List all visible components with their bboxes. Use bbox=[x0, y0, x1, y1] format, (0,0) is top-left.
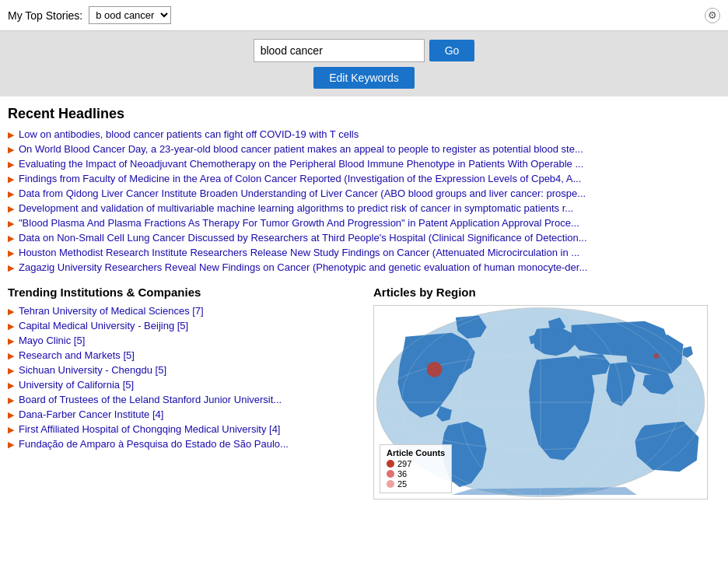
triangle-icon: ▶ bbox=[8, 248, 14, 258]
triangle-icon: ▶ bbox=[8, 145, 14, 155]
legend-value: 36 bbox=[397, 469, 407, 479]
trending-institutions-title: Trending Institutions & Companies bbox=[8, 286, 366, 299]
legend-items: 2973625 bbox=[387, 459, 445, 489]
institution-label[interactable]: Capital Medical University - Beijing [5] bbox=[19, 320, 188, 331]
headline-item: ▶Development and validation of multivari… bbox=[8, 202, 720, 214]
headline-item: ▶Houston Methodist Research Institute Re… bbox=[8, 247, 720, 258]
legend-dot bbox=[387, 480, 394, 488]
headline-link[interactable]: Data on Non-Small Cell Lung Cancer Discu… bbox=[19, 232, 587, 244]
svg-point-7 bbox=[427, 362, 443, 377]
triangle-icon: ▶ bbox=[8, 130, 14, 140]
triangle-icon: ▶ bbox=[8, 160, 14, 170]
institution-item: ▶First Affiliated Hospital of Chongqing … bbox=[8, 423, 366, 435]
triangle-icon: ▶ bbox=[8, 336, 14, 346]
headline-item: ▶Findings from Faculty of Medicine in th… bbox=[8, 173, 720, 184]
headline-item: ▶Zagazig University Researchers Reveal N… bbox=[8, 261, 720, 273]
triangle-icon: ▶ bbox=[8, 366, 14, 376]
triangle-icon: ▶ bbox=[8, 380, 14, 391]
triangle-icon: ▶ bbox=[8, 204, 14, 214]
headline-item: ▶Low on antibodies, blood cancer patient… bbox=[8, 128, 720, 140]
legend-row: 36 bbox=[387, 469, 445, 479]
headline-link[interactable]: Data from Qidong Liver Cancer Institute … bbox=[19, 188, 586, 199]
triangle-icon: ▶ bbox=[8, 219, 14, 229]
institution-label[interactable]: Sichuan University - Chengdu [5] bbox=[19, 364, 166, 376]
top-bar-right: ⚙ bbox=[705, 8, 720, 23]
institution-label[interactable]: Tehran University of Medical Sciences [7… bbox=[19, 305, 204, 317]
headlines-list: ▶Low on antibodies, blood cancer patient… bbox=[8, 128, 720, 273]
institution-item: ▶Board of Trustees of the Leland Stanfor… bbox=[8, 394, 366, 405]
institution-label[interactable]: Research and Markets [5] bbox=[19, 349, 135, 361]
top-bar: My Top Stories: b ood cancer blood cance… bbox=[0, 0, 728, 31]
settings-icon[interactable]: ⚙ bbox=[705, 8, 720, 23]
headline-link[interactable]: Low on antibodies, blood cancer patients… bbox=[19, 128, 359, 140]
headline-item: ▶Data from Qidong Liver Cancer Institute… bbox=[8, 188, 720, 199]
institution-label[interactable]: Board of Trustees of the Leland Stanford… bbox=[19, 394, 282, 405]
headline-item: ▶"Blood Plasma And Plasma Fractions As T… bbox=[8, 217, 720, 229]
institution-label[interactable]: First Affiliated Hospital of Chongqing M… bbox=[19, 423, 280, 435]
recent-headlines: Recent Headlines ▶Low on antibodies, blo… bbox=[8, 106, 720, 273]
headline-link[interactable]: Evaluating the Impact of Neoadjuvant Che… bbox=[19, 158, 583, 170]
legend-dot bbox=[387, 460, 394, 468]
triangle-icon: ▶ bbox=[8, 440, 14, 450]
map-container: Article Counts 2973625 bbox=[373, 305, 708, 500]
triangle-icon: ▶ bbox=[8, 351, 14, 361]
triangle-icon: ▶ bbox=[8, 189, 14, 199]
triangle-icon: ▶ bbox=[8, 307, 14, 317]
topic-select[interactable]: b ood cancer blood cancer bbox=[89, 6, 171, 24]
search-bar: Go Edit Keywords bbox=[0, 31, 728, 96]
articles-by-region: Articles by Region bbox=[373, 286, 720, 500]
triangle-icon: ▶ bbox=[8, 263, 14, 273]
triangle-icon: ▶ bbox=[8, 395, 14, 405]
headline-item: ▶On World Blood Cancer Day, a 23-year-ol… bbox=[8, 143, 720, 155]
institution-label[interactable]: Dana-Farber Cancer Institute [4] bbox=[19, 408, 163, 420]
institution-item: ▶Dana-Farber Cancer Institute [4] bbox=[8, 408, 366, 420]
headline-link[interactable]: Development and validation of multivaria… bbox=[19, 202, 573, 214]
headline-item: ▶Data on Non-Small Cell Lung Cancer Disc… bbox=[8, 232, 720, 244]
legend-row: 297 bbox=[387, 459, 445, 468]
institution-label[interactable]: Mayo Clinic [5] bbox=[19, 335, 85, 346]
legend-value: 25 bbox=[397, 479, 407, 489]
go-button[interactable]: Go bbox=[429, 40, 475, 61]
headline-link[interactable]: Zagazig University Researchers Reveal Ne… bbox=[19, 261, 587, 273]
institution-item: ▶Capital Medical University - Beijing [5… bbox=[8, 320, 366, 331]
headline-link[interactable]: Findings from Faculty of Medicine in the… bbox=[19, 173, 581, 184]
legend-title: Article Counts bbox=[387, 448, 445, 458]
institution-item: ▶Sichuan University - Chengdu [5] bbox=[8, 364, 366, 376]
triangle-icon: ▶ bbox=[8, 425, 14, 435]
institutions-list: ▶Tehran University of Medical Sciences [… bbox=[8, 305, 366, 450]
trending-institutions: Trending Institutions & Companies ▶Tehra… bbox=[8, 286, 366, 500]
legend-value: 297 bbox=[397, 459, 411, 468]
articles-by-region-title: Articles by Region bbox=[373, 286, 720, 299]
institution-label[interactable]: University of California [5] bbox=[19, 379, 134, 391]
triangle-icon: ▶ bbox=[8, 321, 14, 331]
institution-item: ▶Research and Markets [5] bbox=[8, 349, 366, 361]
headline-link[interactable]: Houston Methodist Research Institute Res… bbox=[19, 247, 579, 258]
recent-headlines-title: Recent Headlines bbox=[8, 106, 720, 122]
bottom-section: Trending Institutions & Companies ▶Tehra… bbox=[8, 286, 720, 500]
legend-row: 25 bbox=[387, 479, 445, 489]
headline-item: ▶Evaluating the Impact of Neoadjuvant Ch… bbox=[8, 158, 720, 170]
institution-item: ▶University of California [5] bbox=[8, 379, 366, 391]
legend-dot bbox=[387, 470, 394, 478]
headline-link[interactable]: "Blood Plasma And Plasma Fractions As Th… bbox=[19, 217, 579, 229]
search-row: Go bbox=[254, 39, 475, 62]
institution-item: ▶Mayo Clinic [5] bbox=[8, 335, 366, 346]
institution-item: ▶Fundação de Amparo à Pesquisa do Estado… bbox=[8, 438, 366, 450]
search-input[interactable] bbox=[254, 39, 425, 62]
institution-label[interactable]: Fundação de Amparo à Pesquisa do Estado … bbox=[19, 438, 289, 450]
triangle-icon: ▶ bbox=[8, 174, 14, 184]
triangle-icon: ▶ bbox=[8, 233, 14, 244]
edit-keywords-button[interactable]: Edit Keywords bbox=[313, 67, 414, 89]
headline-link[interactable]: On World Blood Cancer Day, a 23-year-old… bbox=[19, 143, 583, 155]
triangle-icon: ▶ bbox=[8, 410, 14, 420]
map-legend: Article Counts 2973625 bbox=[380, 444, 452, 493]
institution-item: ▶Tehran University of Medical Sciences [… bbox=[8, 305, 366, 317]
svg-point-8 bbox=[653, 353, 659, 359]
top-bar-label: My Top Stories: bbox=[8, 9, 82, 22]
main-content: Recent Headlines ▶Low on antibodies, blo… bbox=[0, 96, 728, 509]
